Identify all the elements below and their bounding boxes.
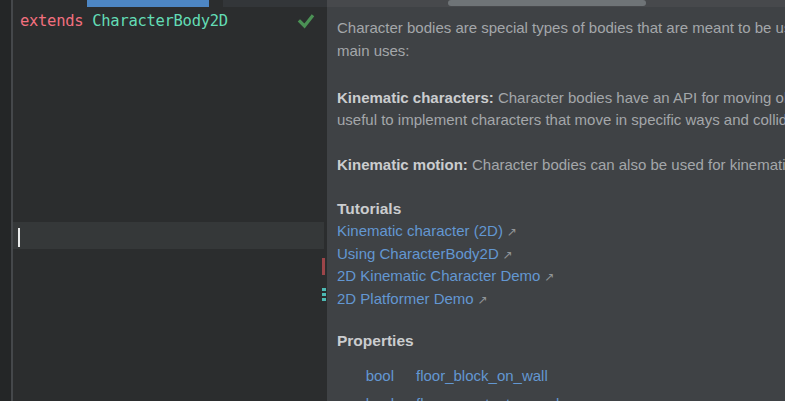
- external-link-icon: ↗: [503, 248, 513, 262]
- properties-heading: Properties: [337, 332, 414, 350]
- scrollbar-caret-marker: [322, 288, 326, 301]
- doc-text: Character bodies can also be used for ki…: [468, 156, 785, 173]
- keyword-token: extends: [20, 12, 83, 30]
- tutorial-link[interactable]: 2D Kinematic Character Demo: [337, 267, 540, 284]
- doc-horizontal-scrollbar-thumb[interactable]: [448, 0, 646, 6]
- doc-text: main uses:: [337, 42, 410, 59]
- code-edit-area[interactable]: extends CharacterBody2D: [13, 7, 327, 401]
- doc-paragraph-line: main uses:: [337, 42, 410, 59]
- tab-strip-background: [223, 0, 340, 7]
- doc-paragraph-line: Character bodies are special types of bo…: [337, 19, 785, 36]
- tutorial-link-row: Using CharacterBody2D↗: [337, 245, 513, 262]
- property-row: boolfloor_constant_speed: [337, 395, 559, 401]
- external-link-icon: ↗: [478, 293, 488, 307]
- external-link-icon: ↗: [507, 225, 517, 239]
- tutorial-link-row: Kinematic character (2D)↗: [337, 222, 517, 239]
- godot-script-editor-window: extends CharacterBody2D Character bodies…: [0, 0, 785, 401]
- doc-paragraph-line: useful to implement characters that move…: [337, 111, 785, 128]
- tutorial-link-row: 2D Platformer Demo↗: [337, 290, 488, 307]
- text-caret: [18, 228, 20, 247]
- editor-left-rail: [0, 0, 11, 401]
- tutorial-link[interactable]: Using CharacterBody2D: [337, 245, 499, 262]
- script-editor-panel: extends CharacterBody2D: [0, 0, 327, 401]
- property-name-link[interactable]: floor_block_on_wall: [416, 367, 548, 384]
- active-tab-indicator[interactable]: [87, 0, 209, 7]
- code-line: extends CharacterBody2D: [20, 12, 228, 30]
- external-link-icon: ↗: [544, 270, 554, 284]
- doc-bold-lead: Kinematic motion:: [337, 156, 468, 173]
- tutorials-heading: Tutorials: [337, 200, 401, 218]
- doc-text: Character bodies are special types of bo…: [337, 19, 785, 36]
- script-valid-check-icon: [296, 11, 316, 31]
- space-token: [83, 12, 92, 30]
- class-type-token: CharacterBody2D: [92, 12, 227, 30]
- tutorial-link[interactable]: 2D Platformer Demo: [337, 290, 474, 307]
- property-row: boolfloor_block_on_wall: [337, 367, 548, 384]
- help-doc-panel[interactable]: Character bodies are special types of bo…: [327, 0, 785, 401]
- tutorial-link[interactable]: Kinematic character (2D): [337, 222, 503, 239]
- property-type-link[interactable]: bool: [337, 395, 394, 401]
- scrollbar-error-marker: [322, 258, 325, 275]
- doc-bold-lead: Kinematic characters:: [337, 89, 494, 106]
- property-name-link[interactable]: floor_constant_speed: [416, 395, 559, 401]
- current-line-highlight: [13, 222, 324, 249]
- property-type-link[interactable]: bool: [337, 367, 394, 384]
- doc-paragraph-line: Kinematic motion: Character bodies can a…: [337, 156, 785, 173]
- doc-text: Character bodies have an API for moving …: [494, 89, 785, 106]
- doc-paragraph-line: Kinematic characters: Character bodies h…: [337, 89, 785, 106]
- tutorial-link-row: 2D Kinematic Character Demo↗: [337, 267, 554, 284]
- doc-text: useful to implement characters that move…: [337, 111, 785, 128]
